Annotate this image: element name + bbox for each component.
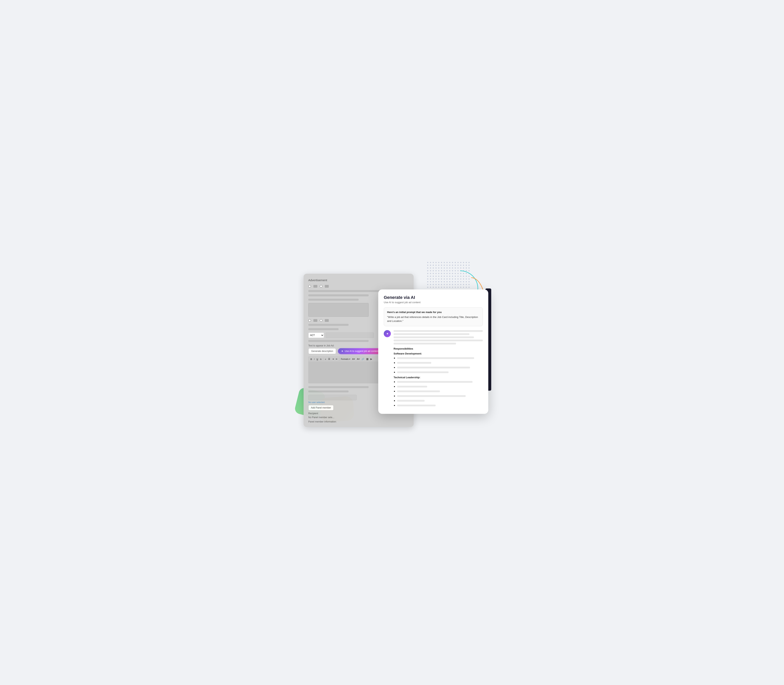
tech-bullet-4 — [397, 394, 483, 398]
tech-bullet-line-4 — [397, 395, 466, 397]
advertisement-title: Advertisement — [308, 278, 409, 282]
panel-member-info-label: Panel member information: — [308, 420, 409, 423]
radio-box-2 — [325, 285, 329, 288]
bullet-line-4 — [397, 372, 449, 373]
strikethrough-button[interactable]: S — [320, 358, 322, 360]
italic-button[interactable]: I — [313, 358, 315, 360]
scene: Advertisement — [296, 258, 488, 427]
field-line-3 — [308, 299, 359, 301]
bullet-line-3 — [397, 367, 470, 368]
software-bullet-2 — [397, 361, 483, 365]
toolbar-sep-1 — [323, 358, 323, 360]
media-button[interactable]: ▶ — [370, 358, 372, 360]
radio-2[interactable] — [320, 285, 323, 288]
image-button[interactable]: 🖼 — [366, 358, 369, 360]
textarea-placeholder[interactable] — [308, 303, 368, 317]
ai-panel-subtitle: Use AI to suggest job ad content — [384, 301, 483, 304]
list-button[interactable]: ☰ — [328, 358, 331, 360]
panel-input[interactable] — [308, 395, 357, 400]
no-panel-text: No Panel member sele... — [308, 416, 409, 419]
content-line-3 — [394, 336, 474, 338]
field-line-5 — [308, 328, 339, 330]
ai-sparkle-icon: ✦ — [386, 332, 389, 336]
ai-response-row: ✦ Responsibilities Software Development: — [384, 330, 483, 408]
field-line-6 — [308, 340, 368, 342]
software-bullets — [394, 356, 483, 374]
indent-button[interactable]: ⇥ — [332, 358, 334, 360]
tech-bullet-3 — [397, 390, 483, 393]
prompt-box-title: Here's an initial prompt that we made fo… — [387, 311, 479, 313]
radio-box-1 — [313, 285, 317, 288]
tech-bullet-line-2 — [397, 386, 427, 388]
software-bullet-3 — [397, 366, 483, 369]
radio-box-4 — [325, 319, 329, 322]
radio-4[interactable] — [320, 319, 323, 322]
bullet-line-2 — [397, 362, 431, 364]
software-bullet-4 — [397, 370, 483, 374]
generate-description-button[interactable]: Generate description — [308, 348, 336, 354]
add-panel-member-button[interactable]: Add Panel member — [308, 405, 334, 411]
panel-line-1 — [308, 386, 368, 388]
panel-line-2 — [308, 390, 349, 393]
bg-color-button[interactable]: A▾ — [356, 358, 360, 360]
tech-bullet-2 — [397, 385, 483, 388]
radio-box-3 — [313, 319, 317, 322]
tech-bullet-line-1 — [397, 381, 472, 383]
bold-button[interactable]: B — [310, 358, 312, 360]
align-button[interactable]: ≡ — [325, 358, 326, 360]
ai-suggest-button[interactable]: ✦ Use AI to suggest job ad content — [338, 348, 382, 354]
responsibilities-heading: Responsibilities — [394, 347, 483, 350]
tech-bullet-1 — [397, 380, 483, 383]
tech-bullet-line-3 — [397, 390, 440, 392]
software-development-heading: Software Development: — [394, 352, 483, 355]
tech-bullet-line-6 — [397, 404, 436, 406]
sparkle-icon: ✦ — [341, 350, 344, 353]
bullet-line-1 — [397, 357, 474, 359]
state-select[interactable]: ACT — [308, 333, 324, 338]
content-line-2 — [394, 333, 469, 335]
software-bullet-1 — [397, 356, 483, 360]
technical-bullets — [394, 380, 483, 407]
ai-panel-title: Generate via AI — [384, 295, 483, 300]
ai-avatar: ✦ — [384, 330, 391, 337]
field-line-4 — [308, 324, 349, 326]
prompt-box: Here's an initial prompt that we made fo… — [384, 307, 483, 326]
field-line-1 — [308, 290, 384, 292]
radio-3[interactable] — [308, 319, 311, 322]
input-half[interactable] — [326, 333, 374, 338]
tech-bullet-5 — [397, 399, 483, 403]
prompt-box-text: "Write a job ad that references details … — [387, 315, 479, 323]
content-line-5 — [394, 343, 456, 344]
ai-generate-panel: Generate via AI Use AI to suggest job ad… — [378, 289, 488, 414]
underline-button[interactable]: U — [316, 358, 318, 360]
toolbar-sep-2 — [339, 358, 339, 360]
content-line-4 — [394, 339, 483, 341]
font-color-button[interactable]: A▾ — [352, 358, 355, 360]
technical-leadership-heading: Technical Leadership: — [394, 376, 483, 379]
link-button[interactable]: 🔗 — [361, 358, 365, 360]
form-row-1 — [308, 285, 409, 288]
field-line-2 — [308, 294, 368, 296]
format-button[interactable]: Formats ▾ — [341, 358, 351, 360]
tech-bullet-6 — [397, 404, 483, 407]
ai-content: Responsibilities Software Development: — [394, 330, 483, 408]
tech-bullet-line-5 — [397, 400, 425, 402]
content-line-1 — [394, 330, 483, 332]
outdent-button[interactable]: ⇤ — [335, 358, 338, 360]
radio-1[interactable] — [308, 285, 311, 288]
